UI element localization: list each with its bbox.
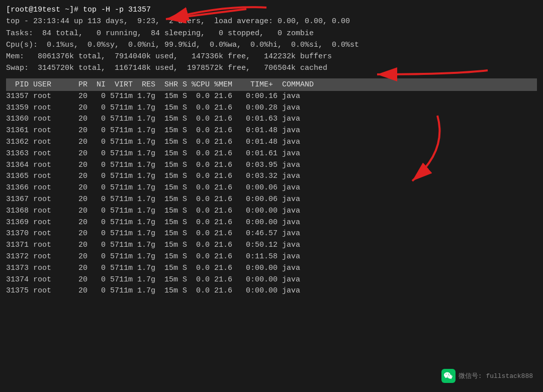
header-line-3: Cpu(s): 0.1%us, 0.0%sy, 0.0%ni, 99.9%id,…	[6, 39, 537, 51]
watermark: 微信号: fullstack888	[441, 369, 533, 383]
table-row: 31372 root 20 0 5711m 1.7g 15m S 0.0 21.…	[6, 251, 537, 263]
header-section: top - 23:13:44 up 113 days, 9:23, 2 user…	[6, 16, 537, 74]
table-body: 31357 root 20 0 5711m 1.7g 15m S 0.0 21.…	[6, 91, 537, 297]
table-row: 31373 root 20 0 5711m 1.7g 15m S 0.0 21.…	[6, 263, 537, 274]
watermark-text: 微信号: fullstack888	[459, 371, 533, 380]
table-row: 31366 root 20 0 5711m 1.7g 15m S 0.0 21.…	[6, 182, 537, 194]
table-row: 31365 root 20 0 5711m 1.7g 15m S 0.0 21.…	[6, 171, 537, 182]
header-line-5: Swap: 3145720k total, 1167148k used, 197…	[6, 62, 537, 74]
table-row: 31370 root 20 0 5711m 1.7g 15m S 0.0 21.…	[6, 228, 537, 240]
table-row: 31364 root 20 0 5711m 1.7g 15m S 0.0 21.…	[6, 160, 537, 171]
header-line-4: Mem: 8061376k total, 7914040k used, 1473…	[6, 51, 537, 62]
table-row: 31367 root 20 0 5711m 1.7g 15m S 0.0 21.…	[6, 194, 537, 206]
table-row: 31359 root 20 0 5711m 1.7g 15m S 0.0 21.…	[6, 103, 537, 114]
table-header: PID USER PR NI VIRT RES SHR S %CPU %MEM …	[6, 79, 537, 90]
table-row: 31375 root 20 0 5711m 1.7g 15m S 0.0 21.…	[6, 285, 537, 297]
header-line-1: top - 23:13:44 up 113 days, 9:23, 2 user…	[6, 16, 537, 27]
wechat-icon	[441, 369, 456, 383]
table-row: 31368 root 20 0 5711m 1.7g 15m S 0.0 21.…	[6, 206, 537, 217]
table-row: 31362 root 20 0 5711m 1.7g 15m S 0.0 21.…	[6, 137, 537, 148]
table-row: 31371 root 20 0 5711m 1.7g 15m S 0.0 21.…	[6, 240, 537, 251]
table-row: 31363 root 20 0 5711m 1.7g 15m S 0.0 21.…	[6, 148, 537, 160]
table-row: 31374 root 20 0 5711m 1.7g 15m S 0.0 21.…	[6, 274, 537, 286]
prompt-line: [root@19test ~]# top -H -p 31357	[6, 4, 537, 16]
table-row: 31360 root 20 0 5711m 1.7g 15m S 0.0 21.…	[6, 114, 537, 125]
table-row: 31369 root 20 0 5711m 1.7g 15m S 0.0 21.…	[6, 217, 537, 229]
header-line-2: Tasks: 84 total, 0 running, 84 sleeping,…	[6, 28, 537, 39]
terminal-window: [root@19test ~]# top -H -p 31357 top - 2…	[0, 0, 543, 392]
table-row: 31361 root 20 0 5711m 1.7g 15m S 0.0 21.…	[6, 125, 537, 137]
table-row: 31357 root 20 0 5711m 1.7g 15m S 0.0 21.…	[6, 91, 537, 103]
